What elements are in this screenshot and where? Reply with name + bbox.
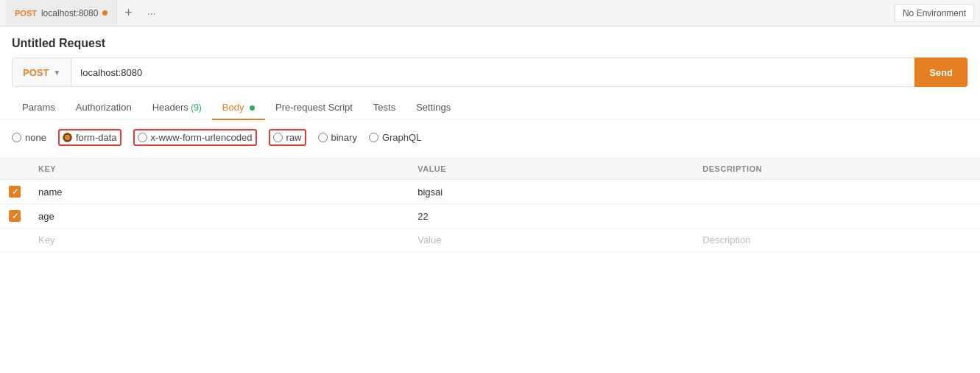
tabs-navigation: Params Authorization Headers (9) Body Pr…: [0, 96, 980, 120]
row1-value-cell[interactable]: bigsai: [409, 180, 694, 204]
body-type-row: none form-data x-www-form-urlencoded raw…: [0, 120, 980, 155]
request-tab[interactable]: POST localhost:8080: [6, 0, 117, 26]
headers-badge: (9): [188, 102, 202, 113]
radio-graphql-label: GraphQL: [382, 132, 421, 143]
url-bar: POST ▼ Send: [12, 57, 968, 87]
empty-key-cell[interactable]: Key: [29, 229, 409, 252]
empty-checkbox-cell: [0, 229, 29, 252]
tab-settings[interactable]: Settings: [406, 96, 461, 120]
tab-url-label: localhost:8080: [41, 8, 98, 18]
row2-key-cell[interactable]: age: [29, 204, 409, 229]
tab-dot-icon: [102, 10, 107, 15]
radio-urlencoded-label: x-www-form-urlencoded: [151, 132, 253, 143]
empty-table-row: Key Value Description: [0, 229, 980, 252]
radio-urlencoded[interactable]: x-www-form-urlencoded: [133, 129, 257, 146]
environment-selector[interactable]: No Environment: [895, 4, 974, 22]
row2-value-cell[interactable]: 22: [409, 204, 694, 229]
th-checkbox: [0, 158, 29, 180]
radio-raw[interactable]: raw: [269, 129, 306, 146]
send-button[interactable]: Send: [914, 57, 967, 87]
radio-none[interactable]: none: [12, 132, 46, 143]
row1-key-cell[interactable]: name: [29, 180, 409, 204]
row1-checkbox-cell: ✓: [0, 180, 29, 204]
empty-desc-cell[interactable]: Description: [694, 229, 980, 252]
table-header-row: KEY VALUE DESCRIPTION: [0, 158, 980, 180]
th-key: KEY: [29, 158, 409, 180]
url-input[interactable]: [71, 67, 914, 78]
table-row: ✓ age 22: [0, 204, 980, 229]
add-tab-button[interactable]: +: [117, 5, 140, 21]
row2-desc-cell[interactable]: [694, 204, 980, 229]
tab-method-label: POST: [15, 9, 37, 18]
radio-graphql[interactable]: GraphQL: [369, 132, 421, 143]
row1-checkbox[interactable]: ✓: [9, 186, 21, 198]
row1-desc-cell[interactable]: [694, 180, 980, 204]
body-dot-icon: [250, 105, 255, 111]
tab-params[interactable]: Params: [12, 96, 66, 120]
chevron-down-icon: ▼: [53, 69, 60, 77]
row2-checkbox-cell: ✓: [0, 204, 29, 229]
tab-body[interactable]: Body: [212, 96, 265, 120]
tab-bar: POST localhost:8080 + ··· No Environment: [0, 0, 980, 27]
th-description: DESCRIPTION: [694, 158, 980, 180]
method-value: POST: [23, 67, 49, 78]
tab-headers[interactable]: Headers (9): [142, 96, 212, 120]
th-value: VALUE: [409, 158, 694, 180]
params-table: KEY VALUE DESCRIPTION ✓ name bigsai ✓ ag…: [0, 158, 980, 252]
more-tabs-button[interactable]: ···: [140, 7, 163, 19]
radio-form-data[interactable]: form-data: [58, 129, 121, 146]
empty-value-cell[interactable]: Value: [409, 229, 694, 252]
radio-raw-label: raw: [286, 132, 302, 143]
tab-tests[interactable]: Tests: [363, 96, 406, 120]
method-select[interactable]: POST ▼: [13, 58, 71, 86]
page-title: Untitled Request: [0, 27, 980, 57]
tab-prerequest[interactable]: Pre-request Script: [265, 96, 363, 120]
radio-none-label: none: [25, 132, 46, 143]
radio-form-data-label: form-data: [76, 132, 117, 143]
radio-binary[interactable]: binary: [318, 132, 357, 143]
table-row: ✓ name bigsai: [0, 180, 980, 204]
radio-binary-label: binary: [331, 132, 357, 143]
row2-checkbox[interactable]: ✓: [9, 210, 21, 222]
tab-authorization[interactable]: Authorization: [66, 96, 142, 120]
